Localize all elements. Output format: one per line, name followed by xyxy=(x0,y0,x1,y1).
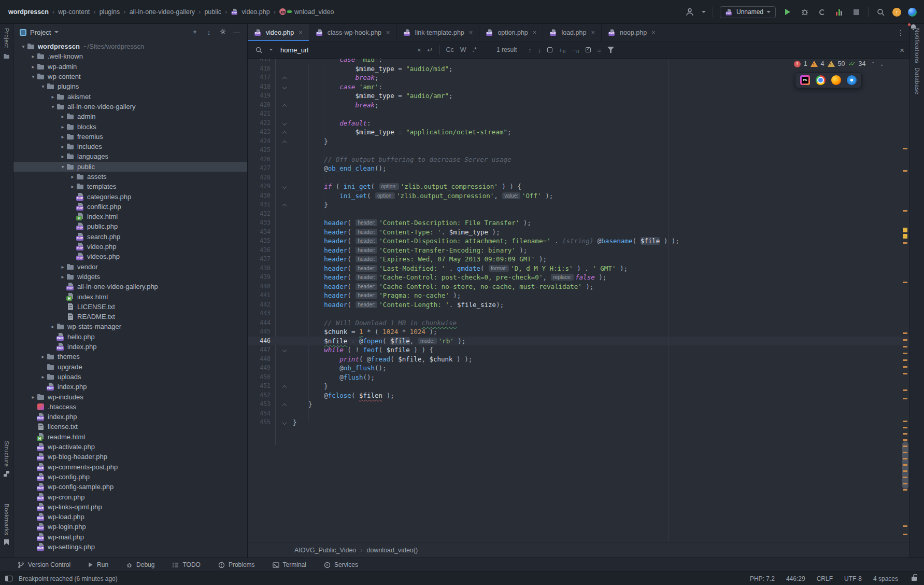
close-tab-icon[interactable]: × xyxy=(386,29,390,36)
match-case-toggle[interactable]: Cc xyxy=(446,46,454,53)
firefox-browser-icon[interactable] xyxy=(831,75,841,85)
code-line-444[interactable]: 444// Will Download 1 MB in chunkwise xyxy=(248,318,909,328)
tree-item-wp-mail.php[interactable]: wp-mail.php xyxy=(13,532,247,542)
tree-item-conflict.php[interactable]: conflict.php xyxy=(13,202,247,212)
tree-expand-arrow[interactable]: ▸ xyxy=(69,174,76,179)
code-line-443[interactable]: 443 xyxy=(248,309,909,318)
new-line-icon[interactable]: ↵ xyxy=(428,46,433,54)
tree-item-.well-known[interactable]: ▸.well-known xyxy=(13,51,247,61)
previous-occurrence-icon[interactable]: ↑ xyxy=(528,46,532,54)
close-find-bar-icon[interactable]: × xyxy=(900,46,904,54)
stripe-mark[interactable] xyxy=(903,148,907,149)
tree-item-assets[interactable]: ▸assets xyxy=(13,172,247,182)
tree-item-LICENSE.txt[interactable]: LICENSE.txt xyxy=(13,302,247,312)
stripe-mark[interactable] xyxy=(903,458,907,459)
tab-class-wp-hook.php[interactable]: class-wp-hook.php× xyxy=(309,24,397,41)
tree-item-wp-stats-manager[interactable]: ▸wp-stats-manager xyxy=(13,322,247,331)
tree-expand-arrow[interactable]: ▸ xyxy=(59,134,66,140)
tool-window-button-version-control[interactable]: Version Control xyxy=(18,561,70,568)
breadcrumb-item[interactable]: mwnload_video xyxy=(279,8,334,16)
stripe-mark[interactable] xyxy=(903,389,907,391)
user-dropdown-caret[interactable] xyxy=(702,11,706,13)
tree-item-index.html[interactable]: index.html xyxy=(13,291,247,301)
select-all-occurrences-icon[interactable] xyxy=(586,47,591,52)
find-input[interactable]: home_url xyxy=(280,46,411,54)
add-selection-icon[interactable]: +II xyxy=(559,46,566,54)
tree-item-wp-links-opml.php[interactable]: wp-links-opml.php xyxy=(13,502,247,512)
debug-button[interactable] xyxy=(800,7,810,17)
tree-expand-arrow[interactable]: ▸ xyxy=(30,394,37,400)
code-line-429[interactable]: 429if ( ini_get( option:'zlib.output_com… xyxy=(248,182,909,191)
fold-marker-icon[interactable] xyxy=(282,348,287,352)
tool-window-button-debug[interactable]: Debug xyxy=(126,561,154,568)
tree-item-wp-content[interactable]: ▾wp-content xyxy=(13,72,247,81)
fold-marker-icon[interactable] xyxy=(282,85,287,89)
code-line-453[interactable]: 453} xyxy=(248,400,909,409)
code-line-451[interactable]: 451} xyxy=(248,382,909,391)
code-line-438[interactable]: 438header( header:'Last-Modified: ' . gm… xyxy=(248,264,909,273)
tree-expand-arrow[interactable]: ▸ xyxy=(30,64,37,69)
chrome-browser-icon[interactable] xyxy=(816,75,826,85)
tree-expand-arrow[interactable]: ▸ xyxy=(59,264,66,270)
tree-item-admin[interactable]: ▸admin xyxy=(13,112,247,121)
breadcrumb-method[interactable]: download_video() xyxy=(366,547,418,554)
code-line-450[interactable]: 450@flush(); xyxy=(248,373,909,382)
gutter-fold-column[interactable] xyxy=(271,182,293,191)
code-line-430[interactable]: 430ini_set( option:'zlib.output_compress… xyxy=(248,191,909,201)
close-tab-icon[interactable]: × xyxy=(298,29,303,36)
tree-expand-arrow[interactable]: ▸ xyxy=(59,274,66,280)
tree-item-license.txt[interactable]: license.txt xyxy=(13,422,247,431)
stripe-mark[interactable] xyxy=(903,373,907,374)
tab-options-kebab-icon[interactable]: ⋮ xyxy=(892,29,909,37)
tree-item-templates[interactable]: ▸templates xyxy=(13,182,247,191)
tree-item-index.html[interactable]: index.html xyxy=(13,212,247,221)
code-line-432[interactable]: 432 xyxy=(248,210,909,219)
regex-toggle[interactable]: .* xyxy=(473,46,477,53)
tree-item-all-in-one-video-gallery[interactable]: ▾all-in-one-video-gallery xyxy=(13,102,247,112)
inspections-widget[interactable]: ! 1 4 50 ✓✓ 34 ⌃ ⌄ xyxy=(794,60,886,67)
gutter-fold-column[interactable] xyxy=(271,137,293,146)
code-line-424[interactable]: 424} xyxy=(248,137,909,146)
tree-item-wp-includes[interactable]: ▸wp-includes xyxy=(13,392,247,401)
update-available-icon[interactable]: ↑ xyxy=(892,8,901,17)
tool-button-notifications[interactable]: Notifications xyxy=(914,28,920,63)
code-line-423[interactable]: 423$mime_type = "application/octet-strea… xyxy=(248,128,909,137)
close-tab-icon[interactable]: × xyxy=(469,29,473,36)
run-button[interactable] xyxy=(783,7,793,17)
breadcrumb-item[interactable]: plugins xyxy=(99,8,120,16)
gutter-fold-column[interactable] xyxy=(271,345,293,355)
tree-item-themes[interactable]: ▸themes xyxy=(13,352,247,361)
tree-item-readme.html[interactable]: readme.html xyxy=(13,432,247,442)
tree-item-wp-blog-header.php[interactable]: wp-blog-header.php xyxy=(13,452,247,462)
bookmark-flag-icon[interactable] xyxy=(4,539,9,545)
code-line-427[interactable]: 427@ob_end_clean(); xyxy=(248,164,909,173)
stripe-mark[interactable] xyxy=(903,398,907,399)
tree-expand-arrow[interactable]: ▾ xyxy=(30,74,37,79)
profiler-button[interactable] xyxy=(834,7,844,17)
code-editor[interactable]: 415case 'mid':416$mime_type = "audio/mid… xyxy=(248,59,909,542)
close-tab-icon[interactable]: × xyxy=(533,29,537,36)
filter-lines-icon[interactable]: ≡ xyxy=(597,46,601,54)
stripe-mark[interactable] xyxy=(903,353,907,354)
tree-item-languages[interactable]: ▸languages xyxy=(13,151,247,161)
stripe-mark[interactable] xyxy=(903,210,907,212)
fold-marker-icon[interactable] xyxy=(282,185,287,189)
safari-browser-icon[interactable] xyxy=(847,75,857,85)
stripe-mark[interactable] xyxy=(903,534,907,535)
code-line-421[interactable]: 421 xyxy=(248,109,909,119)
tree-item-.htaccess[interactable]: .htaccess xyxy=(13,402,247,412)
tree-item-widgets[interactable]: ▸widgets xyxy=(13,272,247,282)
code-line-447[interactable]: 447while ( ! feof( $nfile ) ) { xyxy=(248,345,909,355)
tab-video.php[interactable]: video.php× xyxy=(248,24,309,41)
tree-item-search.php[interactable]: search.php xyxy=(13,232,247,242)
tree-expand-arrow[interactable]: ▾ xyxy=(59,164,66,170)
tool-window-button-services[interactable]: Services xyxy=(324,561,358,568)
tree-expand-arrow[interactable]: ▸ xyxy=(69,184,76,189)
code-line-419[interactable]: 419$mime_type = "audio/amr"; xyxy=(248,91,909,101)
tab-link-template.php[interactable]: link-template.php× xyxy=(397,24,480,41)
search-everywhere-icon[interactable] xyxy=(875,7,886,17)
tree-expand-arrow[interactable]: ▸ xyxy=(30,53,37,59)
tree-item-index.php[interactable]: index.php xyxy=(13,382,247,392)
stripe-mark[interactable] xyxy=(903,421,907,422)
clear-search-icon[interactable]: × xyxy=(417,46,421,54)
